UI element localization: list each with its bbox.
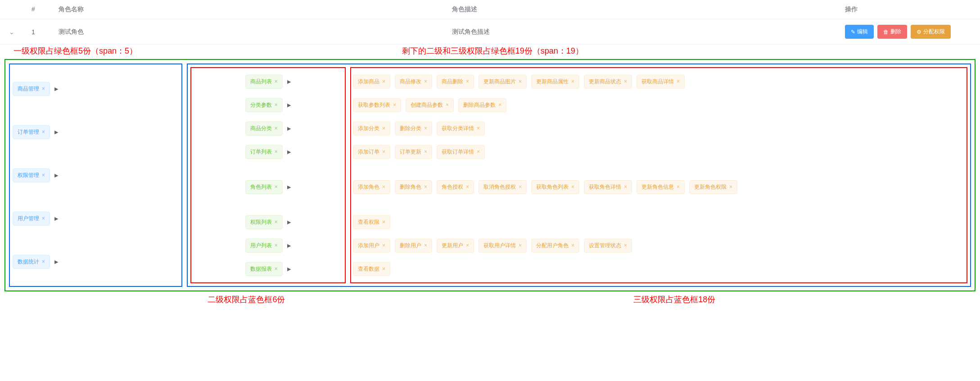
level3-tag[interactable]: 角色授权× <box>437 180 474 194</box>
close-icon[interactable]: × <box>424 184 427 190</box>
level1-tag[interactable]: 订单管理× <box>13 125 50 139</box>
level3-tag[interactable]: 删除商品参数× <box>458 98 506 112</box>
level3-tag[interactable]: 更新角色信息× <box>637 180 685 194</box>
close-icon[interactable]: × <box>624 78 627 85</box>
close-icon[interactable]: × <box>477 125 480 132</box>
close-icon[interactable]: × <box>446 102 449 108</box>
close-icon[interactable]: × <box>382 184 385 190</box>
level3-tag[interactable]: 查看权限× <box>353 215 390 229</box>
level3-tag[interactable]: 商品删除× <box>437 75 474 89</box>
close-icon[interactable]: × <box>382 78 385 85</box>
close-icon[interactable]: × <box>275 102 278 108</box>
level1-tag[interactable]: 权限管理× <box>13 168 50 182</box>
close-icon[interactable]: × <box>677 184 680 190</box>
close-icon[interactable]: × <box>275 149 278 155</box>
close-icon[interactable]: × <box>382 149 385 155</box>
level2-tag[interactable]: 权限列表× <box>245 215 283 229</box>
level2-label: 用户列表 <box>250 242 272 249</box>
close-icon[interactable]: × <box>519 184 522 190</box>
close-icon[interactable]: × <box>275 242 278 249</box>
close-icon[interactable]: × <box>275 219 278 225</box>
caret-right-icon: ▶ <box>287 243 291 249</box>
level2-tag[interactable]: 用户列表× <box>245 239 283 253</box>
edit-button[interactable]: ✎ 编辑 <box>845 25 874 39</box>
level2-tag[interactable]: 商品分类× <box>245 122 283 136</box>
level3-tag[interactable]: 设置管理状态× <box>584 239 632 253</box>
level3-tag[interactable]: 获取商品详情× <box>637 75 685 89</box>
level3-tag[interactable]: 获取角色详情× <box>584 180 632 194</box>
level2-tag[interactable]: 角色列表× <box>245 180 283 194</box>
level3-tag[interactable]: 获取用户详情× <box>479 239 527 253</box>
caret-right-icon: ▶ <box>287 184 291 190</box>
close-icon[interactable]: × <box>42 215 45 222</box>
caret-right-icon: ▶ <box>287 219 291 225</box>
level3-tag[interactable]: 查看数据× <box>353 262 390 276</box>
close-icon[interactable]: × <box>393 102 396 108</box>
close-icon[interactable]: × <box>42 172 45 178</box>
close-icon[interactable]: × <box>677 78 680 85</box>
level3-tag[interactable]: 获取参数列表× <box>353 98 401 112</box>
level3-tag[interactable]: 更新角色权限× <box>689 180 737 194</box>
level3-tag[interactable]: 添加分类× <box>353 122 390 136</box>
assign-permission-button[interactable]: ⚙ 分配权限 <box>911 25 951 39</box>
level1-tag[interactable]: 商品管理× <box>13 82 50 96</box>
close-icon[interactable]: × <box>42 86 45 92</box>
close-icon[interactable]: × <box>624 242 627 249</box>
expand-toggle-icon[interactable]: ⌄ <box>9 28 32 36</box>
level1-tag[interactable]: 用户管理× <box>13 212 50 226</box>
close-icon[interactable]: × <box>424 125 427 132</box>
close-icon[interactable]: × <box>275 266 278 272</box>
close-icon[interactable]: × <box>477 149 480 155</box>
close-icon[interactable]: × <box>382 219 385 225</box>
level3-tag[interactable]: 创建商品参数× <box>406 98 454 112</box>
level3-tag[interactable]: 更新用户× <box>437 239 474 253</box>
level3-tag[interactable]: 删除分类× <box>395 122 432 136</box>
level1-tag[interactable]: 数据统计× <box>13 255 50 269</box>
level3-tag[interactable]: 添加用户× <box>353 239 390 253</box>
close-icon[interactable]: × <box>275 125 278 132</box>
close-icon[interactable]: × <box>571 184 574 190</box>
close-icon[interactable]: × <box>382 266 385 272</box>
level3-tag[interactable]: 分配用户角色× <box>531 239 579 253</box>
caret-right-icon: ▶ <box>287 266 291 272</box>
level2-tag[interactable]: 订单列表× <box>245 145 283 159</box>
close-icon[interactable]: × <box>275 184 278 190</box>
close-icon[interactable]: × <box>424 149 427 155</box>
close-icon[interactable]: × <box>519 78 522 85</box>
close-icon[interactable]: × <box>42 259 45 265</box>
close-icon[interactable]: × <box>571 78 574 85</box>
level3-tag[interactable]: 更新商品属性× <box>531 75 579 89</box>
close-icon[interactable]: × <box>466 242 469 249</box>
level3-tag[interactable]: 更新商品图片× <box>479 75 527 89</box>
close-icon[interactable]: × <box>275 78 278 85</box>
close-icon[interactable]: × <box>466 78 469 85</box>
close-icon[interactable]: × <box>382 125 385 132</box>
level3-tag[interactable]: 删除角色× <box>395 180 432 194</box>
close-icon[interactable]: × <box>498 102 501 108</box>
close-icon[interactable]: × <box>424 242 427 249</box>
level2-tag[interactable]: 数据报表× <box>245 262 283 276</box>
level3-tag[interactable]: 订单更新× <box>395 145 432 159</box>
level3-tag[interactable]: 添加角色× <box>353 180 390 194</box>
level3-tag[interactable]: 商品修改× <box>395 75 432 89</box>
delete-button[interactable]: 🗑 删除 <box>877 25 907 39</box>
level3-tag[interactable]: 添加商品× <box>353 75 390 89</box>
close-icon[interactable]: × <box>424 78 427 85</box>
level3-tag[interactable]: 获取订单详情× <box>437 145 485 159</box>
close-icon[interactable]: × <box>729 184 732 190</box>
level3-tag[interactable]: 获取分类详情× <box>437 122 485 136</box>
level2-tag[interactable]: 分类参数× <box>245 98 283 112</box>
level3-tag[interactable]: 更新商品状态× <box>584 75 632 89</box>
close-icon[interactable]: × <box>42 129 45 135</box>
close-icon[interactable]: × <box>571 242 574 249</box>
caret-right-icon: ▶ <box>287 102 291 108</box>
level3-tag[interactable]: 删除用户× <box>395 239 432 253</box>
close-icon[interactable]: × <box>519 242 522 249</box>
level2-tag[interactable]: 商品列表× <box>245 75 283 89</box>
close-icon[interactable]: × <box>382 242 385 249</box>
close-icon[interactable]: × <box>624 184 627 190</box>
level3-tag[interactable]: 获取角色列表× <box>531 180 579 194</box>
level3-tag[interactable]: 添加订单× <box>353 145 390 159</box>
level3-tag[interactable]: 取消角色授权× <box>479 180 527 194</box>
close-icon[interactable]: × <box>466 184 469 190</box>
